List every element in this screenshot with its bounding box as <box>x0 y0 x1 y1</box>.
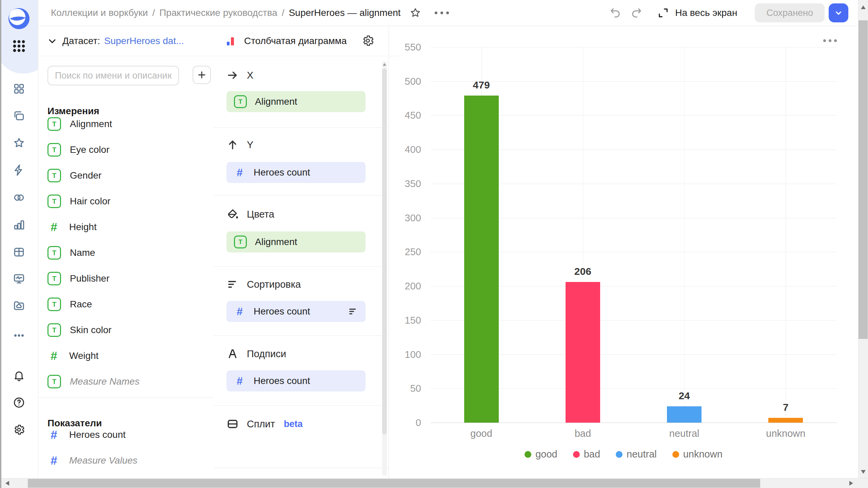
nav-charts-icon[interactable] <box>13 219 25 231</box>
field-item-heroes-count[interactable]: #Heroes count <box>38 422 214 448</box>
apps-grid-icon[interactable] <box>12 39 26 53</box>
field-item-race[interactable]: TRace <box>38 291 214 317</box>
dataset-header[interactable]: Датасет: SuperHeroes dat... <box>38 26 222 56</box>
sort-direction-icon[interactable] <box>348 306 358 317</box>
nav-storage-icon[interactable] <box>13 300 25 312</box>
nav-dashboards-icon[interactable] <box>13 83 25 95</box>
nav-monitoring-icon[interactable] <box>13 272 25 285</box>
chevron-down-icon <box>833 8 844 18</box>
bar-good[interactable] <box>464 96 499 423</box>
arrow-up-icon <box>226 139 239 151</box>
field-label: Alignment <box>70 119 112 129</box>
undo-button[interactable] <box>609 7 622 19</box>
bar-neutral[interactable] <box>667 406 702 423</box>
notifications-bell-icon[interactable] <box>13 369 25 382</box>
horizontal-scrollbar[interactable] <box>0 478 868 488</box>
legend-label: neutral <box>627 449 657 460</box>
number-field-icon: # <box>47 349 60 363</box>
bar-chart-type-icon <box>225 35 238 47</box>
field-search-input[interactable] <box>47 66 179 85</box>
pill-heroes-count[interactable]: #Heroes count <box>226 301 366 322</box>
y-tick-label: 100 <box>389 349 421 360</box>
bar-value-label: 7 <box>758 402 813 413</box>
x-axis-label: unknown <box>748 428 823 439</box>
field-item-weight[interactable]: #Weight <box>38 343 214 369</box>
field-item-measure-values[interactable]: #Measure Values <box>38 448 214 473</box>
breadcrumb-item[interactable]: Коллекции и воркбуки <box>51 7 148 18</box>
help-icon[interactable] <box>13 396 25 409</box>
horizontal-scrollbar-thumb[interactable] <box>28 479 760 488</box>
nav-connections-icon[interactable] <box>13 164 25 176</box>
vertical-scrollbar-thumb[interactable] <box>859 20 868 339</box>
section-colors-label: Цвета <box>247 209 274 220</box>
save-dropdown-button[interactable] <box>829 3 848 22</box>
pill-heroes-count[interactable]: #Heroes count <box>226 162 366 183</box>
gridline-vertical <box>786 47 786 423</box>
bar-unknown[interactable] <box>768 418 803 423</box>
fullscreen-button[interactable] <box>657 7 669 19</box>
section-colors: Цвета <box>226 207 274 222</box>
section-x: X <box>226 68 253 83</box>
field-item-gender[interactable]: TGender <box>38 163 214 188</box>
scroll-up-arrow[interactable] <box>861 5 866 9</box>
field-item-height[interactable]: #Height <box>38 214 214 240</box>
field-item-alignment[interactable]: TAlignment <box>38 111 214 137</box>
config-scrollbar[interactable] <box>382 61 387 476</box>
legend-item-bad[interactable]: bad <box>573 449 600 460</box>
add-field-button[interactable] <box>193 66 211 84</box>
nav-more-icon[interactable] <box>13 329 25 342</box>
config-scrollbar-thumb[interactable] <box>382 68 387 434</box>
field-label: Name <box>70 247 95 258</box>
scroll-left-arrow[interactable] <box>5 481 9 486</box>
field-label: Race <box>70 299 92 310</box>
nav-favorites-icon[interactable] <box>13 137 25 149</box>
chart-menu-button[interactable] <box>823 39 837 42</box>
field-item-name[interactable]: TName <box>38 240 214 266</box>
legend-item-neutral[interactable]: neutral <box>616 449 657 460</box>
nav-datasets-icon[interactable] <box>13 191 25 204</box>
string-field-icon: T <box>47 375 61 388</box>
number-field-icon: # <box>234 166 245 179</box>
pill-heroes-count[interactable]: #Heroes count <box>226 370 366 391</box>
field-item-hair-color[interactable]: THair color <box>38 188 214 214</box>
scroll-right-arrow[interactable] <box>849 481 853 486</box>
field-item-eye-color[interactable]: TEye color <box>38 137 214 163</box>
field-label: Publisher <box>70 273 110 284</box>
scroll-down-arrow[interactable] <box>861 470 866 474</box>
breadcrumb-item[interactable]: Практические руководства <box>159 7 277 18</box>
plus-icon <box>197 70 207 80</box>
section-divider <box>214 266 389 267</box>
redo-button[interactable] <box>630 7 643 19</box>
datalens-logo[interactable] <box>8 8 29 29</box>
y-tick-label: 450 <box>389 110 421 120</box>
field-label: Gender <box>70 170 101 181</box>
y-tick-label: 200 <box>389 281 421 291</box>
fullscreen-label[interactable]: На весь экран <box>675 7 737 18</box>
field-item-publisher[interactable]: TPublisher <box>38 266 214 291</box>
field-item-measure-names[interactable]: TMeasure Names <box>38 369 214 394</box>
pill-alignment[interactable]: TAlignment <box>226 91 366 112</box>
beta-badge: beta <box>284 419 303 429</box>
nav-tables-icon[interactable] <box>13 246 25 258</box>
vertical-scrollbar[interactable] <box>858 0 868 479</box>
legend-item-good[interactable]: good <box>525 449 557 460</box>
string-field-icon: T <box>47 195 61 208</box>
split-icon <box>226 418 239 430</box>
pill-alignment[interactable]: TAlignment <box>226 231 366 252</box>
dataset-name-link[interactable]: SuperHeroes dat... <box>104 36 184 46</box>
field-label: Height <box>69 222 97 232</box>
nav-collections-icon[interactable] <box>13 110 25 122</box>
settings-gear-icon[interactable] <box>13 424 25 436</box>
legend-item-unknown[interactable]: unknown <box>672 449 723 460</box>
field-item-skin-color[interactable]: TSkin color <box>38 317 214 343</box>
saved-button[interactable]: Сохранено <box>755 3 825 22</box>
section-labels-label: Подписи <box>247 348 286 360</box>
scroll-up-arrow[interactable] <box>383 63 386 66</box>
x-axis-label: bad <box>546 428 620 439</box>
favorite-star-button[interactable] <box>410 7 421 19</box>
string-field-icon: T <box>47 272 61 285</box>
breadcrumb-more-button[interactable] <box>435 12 449 14</box>
chart-settings-button[interactable] <box>361 34 374 47</box>
bar-bad[interactable] <box>566 282 600 423</box>
section-split-label: Сплит <box>247 419 275 430</box>
